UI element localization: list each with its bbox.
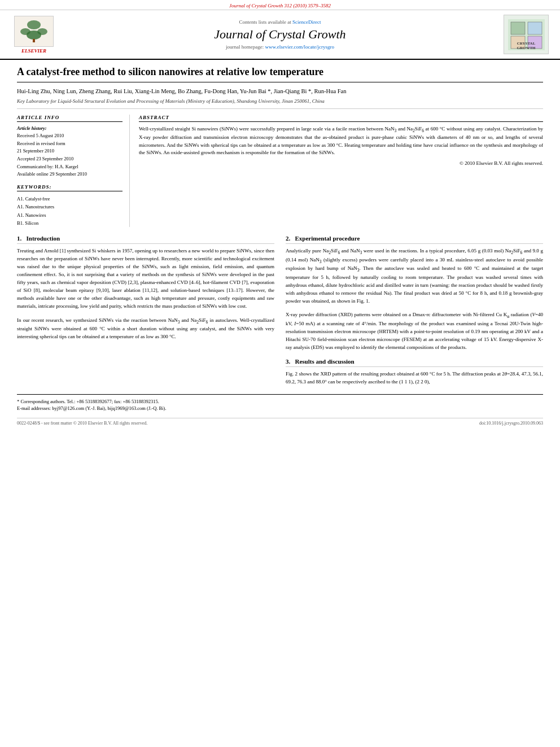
footer-issn: 0022-0248/$ - see front matter © 2010 El… bbox=[17, 421, 147, 426]
section1-title: 1. Introduction bbox=[17, 235, 274, 244]
section2-paragraph1: Analytically pure Na2SiF6 and NaN3 were … bbox=[286, 247, 543, 305]
abstract-section: ABSTRACT Well-crystallized straight Si n… bbox=[139, 115, 543, 166]
article-info-column: ARTICLE INFO Article history: Received 5… bbox=[17, 115, 130, 227]
communicated-by: Communicated by: H.A. Kargel bbox=[17, 163, 123, 171]
section2-title: 2. Experimental procedure bbox=[286, 235, 543, 244]
svg-point-3 bbox=[27, 30, 41, 40]
elsevier-label: ELSEVIER bbox=[21, 48, 46, 54]
abstract-text: Well-crystallized straight Si nanowires … bbox=[139, 125, 543, 157]
journal-header: ELSEVIER Contents lists available at Sci… bbox=[0, 10, 560, 60]
footnote-email: E-mail addresses: byj97@126.com (Y.-J. B… bbox=[17, 405, 543, 412]
date-received: Received 5 August 2010 bbox=[17, 132, 123, 140]
available-online: Available online 29 September 2010 bbox=[17, 171, 123, 178]
section1-paragraph2: In our recent research, we synthesized S… bbox=[17, 317, 274, 341]
journal-homepage-link[interactable]: www.elsevier.com/locate/jcrysgro bbox=[265, 44, 334, 50]
section3-paragraph1: Fig. 2 shows the XRD pattern of the resu… bbox=[286, 370, 543, 386]
article-info-abstract-row: ARTICLE INFO Article history: Received 5… bbox=[17, 115, 543, 227]
footnote-corresponding: * Corresponding authors. Tel.: +86 53188… bbox=[17, 398, 543, 405]
svg-rect-4 bbox=[33, 39, 35, 42]
svg-rect-7 bbox=[528, 22, 542, 34]
section2-paragraph2: X-ray powder diffraction (XRD) patterns … bbox=[286, 311, 543, 351]
svg-rect-6 bbox=[511, 22, 525, 34]
article-dates: Received 5 August 2010 Received in revis… bbox=[17, 132, 123, 178]
affiliation: Key Laboratory for Liquid-Solid Structur… bbox=[17, 98, 543, 109]
copyright: © 2010 Elsevier B.V. All rights reserved… bbox=[139, 160, 543, 166]
section1-paragraph1: Treuting and Arnold [1] synthesized Si w… bbox=[17, 247, 274, 311]
elsevier-tree-image bbox=[14, 16, 54, 47]
top-bar: Journal of Crystal Growth 312 (2010) 357… bbox=[0, 0, 560, 10]
journal-title: Journal of Crystal Growth bbox=[56, 27, 504, 42]
keyword-4: B1. Silicon bbox=[17, 219, 123, 227]
date-revised-label: Received in revised form bbox=[17, 140, 123, 148]
abstract-header: ABSTRACT bbox=[139, 115, 543, 122]
svg-text:GROWTH: GROWTH bbox=[517, 46, 536, 50]
keywords-section: Keywords: A1. Catalyst-free A1. Nanostru… bbox=[17, 184, 123, 228]
svg-text:CRYSTAL: CRYSTAL bbox=[517, 41, 535, 46]
date-revised: 21 September 2010 bbox=[17, 147, 123, 155]
footer-bar: 0022-0248/$ - see front matter © 2010 El… bbox=[17, 418, 543, 426]
contents-available-line: Contents lists available at ScienceDirec… bbox=[56, 19, 504, 25]
section3-title: 3. Results and discussion bbox=[286, 358, 543, 367]
body-two-col: 1. Introduction Treuting and Arnold [1] … bbox=[17, 235, 543, 386]
keywords-header: Keywords: bbox=[17, 184, 123, 191]
abstract-column: ABSTRACT Well-crystallized straight Si n… bbox=[139, 115, 543, 227]
elsevier-logo: ELSEVIER bbox=[11, 16, 56, 54]
footer-doi: doi:10.1016/j.jcrysgro.2010.09.063 bbox=[479, 421, 543, 426]
journal-title-center: Contents lists available at ScienceDirec… bbox=[56, 19, 504, 50]
date-accepted: Accepted 23 September 2010 bbox=[17, 155, 123, 163]
body-left: 1. Introduction Treuting and Arnold [1] … bbox=[17, 235, 274, 386]
article-title: A catalyst-free method to silicon nanowi… bbox=[17, 65, 543, 82]
body-section: 1. Introduction Treuting and Arnold [1] … bbox=[17, 235, 543, 386]
body-right: 2. Experimental procedure Analytically p… bbox=[286, 235, 543, 386]
authors: Hui-Ling Zhu, Ning Lun, Zheng Zhang, Rui… bbox=[17, 87, 543, 96]
keyword-2: A1. Nanostructures bbox=[17, 203, 123, 211]
svg-point-0 bbox=[27, 20, 41, 29]
main-content: A catalyst-free method to silicon nanowi… bbox=[0, 60, 560, 431]
keyword-1: A1. Catalyst-free bbox=[17, 195, 123, 203]
crystal-growth-logo: CRYSTAL GROWTH bbox=[504, 15, 549, 54]
article-history-label: Article history: bbox=[17, 125, 123, 131]
sciencedirect-link[interactable]: ScienceDirect bbox=[292, 19, 321, 25]
keyword-3: A1. Nanowires bbox=[17, 211, 123, 219]
footnotes: * Corresponding authors. Tel.: +86 53188… bbox=[17, 394, 543, 413]
homepage-line: journal homepage: www.elsevier.com/locat… bbox=[56, 44, 504, 50]
article-info-section: ARTICLE INFO Article history: Received 5… bbox=[17, 115, 123, 178]
journal-reference: Journal of Crystal Growth 312 (2010) 357… bbox=[229, 3, 331, 8]
article-info-header: ARTICLE INFO bbox=[17, 115, 123, 122]
